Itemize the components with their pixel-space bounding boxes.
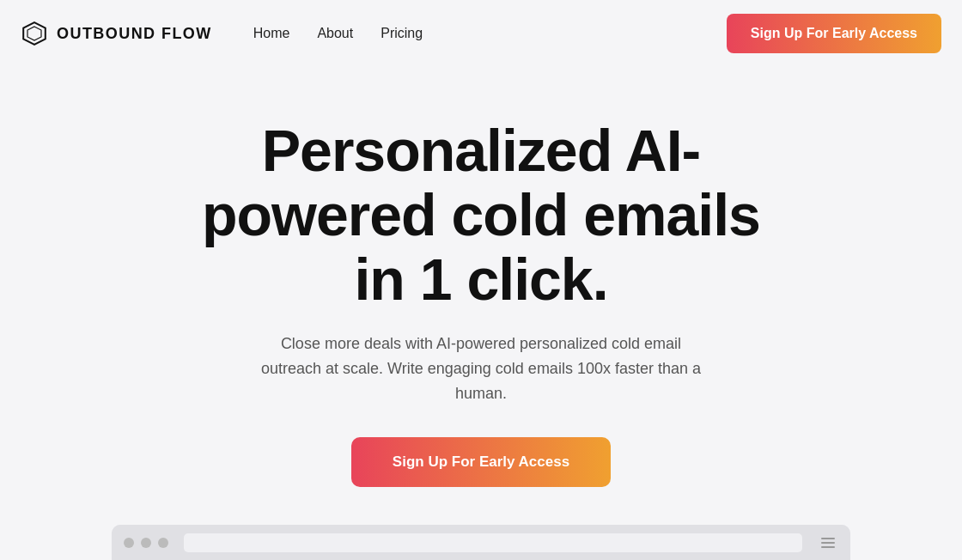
- logo-link[interactable]: outbound FLOW: [21, 20, 212, 47]
- browser-menu-icon: [818, 536, 838, 550]
- menu-line-2: [821, 542, 835, 544]
- hero-cta-button[interactable]: Sign Up For Early Access: [351, 437, 611, 487]
- menu-line-3: [821, 546, 835, 548]
- browser-dot-red: [124, 538, 134, 548]
- browser-dot-yellow: [141, 538, 151, 548]
- menu-line-1: [821, 538, 835, 539]
- hero-subtext: Close more deals with AI-powered persona…: [258, 332, 704, 405]
- browser-url-bar: [184, 533, 802, 552]
- nav-link-about[interactable]: About: [317, 26, 353, 41]
- svg-marker-0: [23, 22, 46, 45]
- hero-headline: Personalized AI-powered cold emails in 1…: [180, 119, 782, 311]
- hero-section: Personalized AI-powered cold emails in 1…: [0, 67, 962, 487]
- brand-name: outbound FLOW: [57, 25, 212, 43]
- nav-cta-button[interactable]: Sign Up For Early Access: [727, 14, 941, 53]
- logo-icon: [21, 20, 48, 47]
- svg-marker-1: [27, 27, 41, 40]
- nav-link-home[interactable]: Home: [253, 26, 290, 41]
- nav-link-pricing[interactable]: Pricing: [381, 26, 423, 41]
- browser-bar: [112, 525, 850, 560]
- browser-mockup: [112, 525, 850, 560]
- nav-links: Home About Pricing: [253, 26, 423, 41]
- browser-dot-green: [158, 538, 168, 548]
- navbar: outbound FLOW Home About Pricing Sign Up…: [0, 0, 962, 67]
